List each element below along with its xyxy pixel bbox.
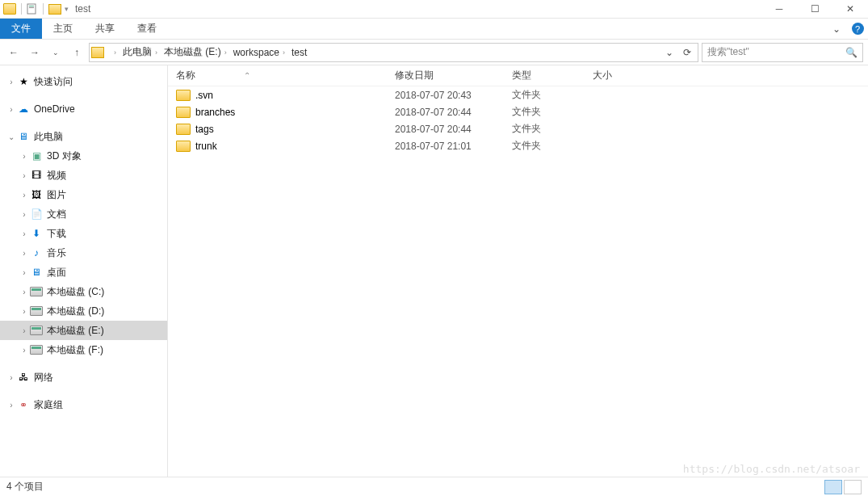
table-row[interactable]: trunk2018-07-07 21:01文件夹 <box>168 137 868 154</box>
address-bar[interactable]: › 此电脑› 本地磁盘 (E:)› workspace› test ⌄ ⟳ <box>89 43 698 62</box>
properties-icon[interactable] <box>27 3 38 15</box>
tree-documents[interactable]: ›📄文档 <box>0 204 167 224</box>
view-details-button[interactable] <box>824 480 842 494</box>
tree-onedrive[interactable]: ›☁OneDrive <box>0 99 167 119</box>
folder-icon <box>176 124 191 135</box>
up-button[interactable]: ↑ <box>68 43 86 62</box>
column-headers[interactable]: 名称⌃ 修改日期 类型 大小 <box>168 65 868 86</box>
crumb-test[interactable]: test <box>288 44 310 61</box>
table-row[interactable]: branches2018-07-07 20:44文件夹 <box>168 103 868 120</box>
window-title: test <box>75 3 90 15</box>
col-date[interactable]: 修改日期 <box>387 69 504 82</box>
tree-music[interactable]: ›♪音乐 <box>0 243 167 263</box>
tab-view[interactable]: 查看 <box>126 19 168 39</box>
tree-desktop[interactable]: ›🖥桌面 <box>0 263 167 282</box>
col-type[interactable]: 类型 <box>504 69 585 82</box>
tab-share[interactable]: 共享 <box>84 19 126 39</box>
crumb-workspace[interactable]: workspace› <box>230 44 288 61</box>
tree-quick-access[interactable]: ›★快速访问 <box>0 72 167 91</box>
navigation-pane[interactable]: ›★快速访问 ›☁OneDrive ⌄🖥此电脑 ›▣3D 对象 ›🎞视频 ›🖼图… <box>0 65 168 477</box>
refresh-icon[interactable]: ⟳ <box>678 47 696 58</box>
svg-rect-1 <box>29 6 34 6</box>
tree-3d-objects[interactable]: ›▣3D 对象 <box>0 146 167 166</box>
tree-drive-e[interactable]: ›本地磁盘 (E:) <box>0 321 167 340</box>
svg-rect-0 <box>27 4 36 14</box>
expand-ribbon-icon[interactable]: ⌄ <box>826 19 847 39</box>
separator <box>43 3 44 15</box>
file-date: 2018-07-07 20:44 <box>395 124 512 135</box>
folder-icon[interactable] <box>48 4 61 15</box>
folder-icon <box>91 47 104 58</box>
status-bar: 4 个项目 <box>0 477 868 496</box>
file-list-pane: 名称⌃ 修改日期 类型 大小 .svn2018-07-07 20:43文件夹br… <box>168 65 868 477</box>
sort-indicator-icon: ⌃ <box>244 71 250 80</box>
search-placeholder: 搜索"test" <box>707 45 749 59</box>
tree-videos[interactable]: ›🎞视频 <box>0 166 167 185</box>
file-date: 2018-07-07 21:01 <box>395 141 512 152</box>
search-input[interactable]: 搜索"test" 🔍 <box>702 43 863 62</box>
quick-access-toolbar: ▾ <box>0 3 69 15</box>
file-rows: .svn2018-07-07 20:43文件夹branches2018-07-0… <box>168 86 868 477</box>
tree-downloads[interactable]: ›⬇下载 <box>0 224 167 243</box>
separator <box>21 3 22 15</box>
file-type: 文件夹 <box>512 139 593 153</box>
col-name[interactable]: 名称⌃ <box>168 69 387 82</box>
tab-home[interactable]: 主页 <box>42 19 84 39</box>
crumb-root[interactable]: › <box>107 44 120 61</box>
folder-icon <box>176 107 191 118</box>
history-dropdown-icon[interactable]: ⌄ <box>660 47 678 58</box>
crumb-drive[interactable]: 本地磁盘 (E:)› <box>161 44 230 61</box>
tree-drive-d[interactable]: ›本地磁盘 (D:) <box>0 301 167 321</box>
help-button[interactable]: ? <box>847 19 868 39</box>
svg-rect-2 <box>29 7 34 8</box>
file-name: tags <box>191 124 395 135</box>
ribbon: 文件 主页 共享 查看 ⌄ ? <box>0 19 868 40</box>
file-date: 2018-07-07 20:44 <box>395 107 512 118</box>
close-button[interactable]: ✕ <box>832 0 868 19</box>
minimize-button[interactable]: ─ <box>761 0 797 19</box>
tree-network[interactable]: ›🖧网络 <box>0 368 167 387</box>
tree-this-pc[interactable]: ⌄🖥此电脑 <box>0 127 167 146</box>
file-type: 文件夹 <box>512 122 593 136</box>
maximize-button[interactable]: ☐ <box>797 0 832 19</box>
item-count: 4 个项目 <box>6 480 44 494</box>
table-row[interactable]: tags2018-07-07 20:44文件夹 <box>168 120 868 137</box>
crumb-thispc[interactable]: 此电脑› <box>120 44 161 61</box>
address-row: ← → ⌄ ↑ › 此电脑› 本地磁盘 (E:)› workspace› tes… <box>0 40 868 65</box>
folder-icon <box>176 141 191 152</box>
tree-pictures[interactable]: ›🖼图片 <box>0 185 167 204</box>
file-name: branches <box>191 107 395 118</box>
folder-icon <box>176 90 191 101</box>
dropdown-icon[interactable]: ▾ <box>65 5 69 13</box>
file-name: .svn <box>191 90 395 101</box>
file-date: 2018-07-07 20:43 <box>395 90 512 101</box>
tree-drive-c[interactable]: ›本地磁盘 (C:) <box>0 282 167 301</box>
tab-file[interactable]: 文件 <box>0 19 42 39</box>
file-name: trunk <box>191 141 395 152</box>
view-large-button[interactable] <box>844 480 862 494</box>
app-folder-icon <box>3 3 16 15</box>
table-row[interactable]: .svn2018-07-07 20:43文件夹 <box>168 86 868 103</box>
tree-homegroup[interactable]: ›⚭家庭组 <box>0 395 167 414</box>
title-bar: ▾ test ─ ☐ ✕ <box>0 0 868 19</box>
forward-button[interactable]: → <box>26 43 44 62</box>
file-type: 文件夹 <box>512 105 593 119</box>
file-type: 文件夹 <box>512 88 593 102</box>
tree-drive-f[interactable]: ›本地磁盘 (F:) <box>0 340 167 359</box>
search-icon[interactable]: 🔍 <box>845 47 858 58</box>
col-size[interactable]: 大小 <box>585 69 649 82</box>
back-button[interactable]: ← <box>5 43 23 62</box>
recent-dropdown[interactable]: ⌄ <box>47 43 65 62</box>
